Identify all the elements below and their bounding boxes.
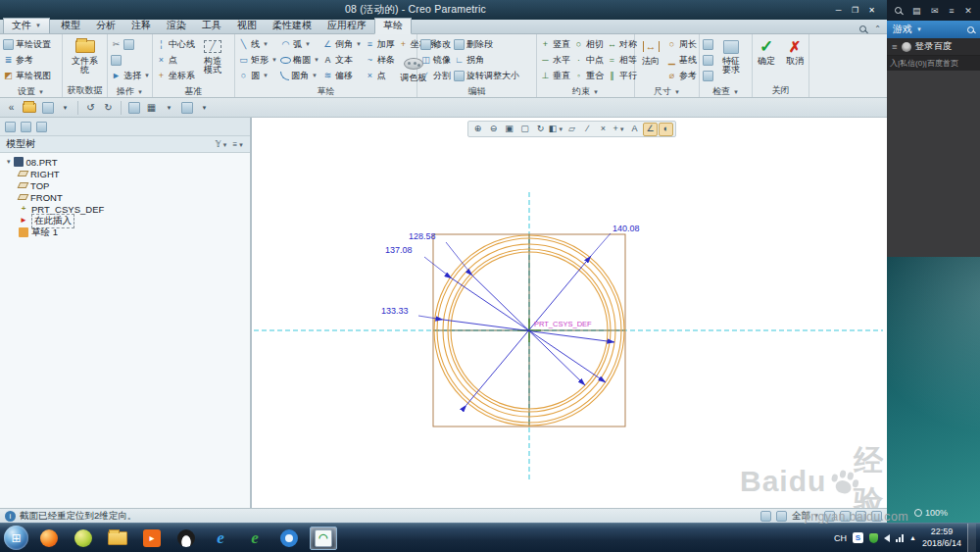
parallel-constraint-button[interactable]: ∥平行 [607,68,637,83]
refit-icon[interactable]: ▣ [502,123,516,136]
tree-filter-icon[interactable]: 𝕐▼ [216,140,228,149]
restore-button[interactable]: ❐ [848,4,862,17]
midpoint-constraint-button[interactable]: ·中点 [573,52,604,68]
csys-label[interactable]: PRT_CSYS_DEF [534,320,592,328]
taskbar-storm-player[interactable]: ▸ [138,527,166,550]
taskbar-ie[interactable]: e [207,527,234,550]
tab-tools[interactable]: 工具 [194,19,229,33]
datum-points-toggle-icon[interactable]: × [596,123,611,136]
cut-icon[interactable]: ✂ [111,39,122,50]
select-button[interactable]: ►选择▼ [111,68,150,83]
chevron-down-icon[interactable]: ▼ [58,100,73,115]
search-icon[interactable] [967,26,974,33]
construction-mode-button[interactable]: ╱构造模式 [198,36,227,76]
sketch-setup-button[interactable]: 草绘设置 [3,36,51,52]
zoom-in-icon[interactable]: ⊕ [470,123,485,136]
file-system-button[interactable]: 文件系统 [67,36,104,76]
start-button[interactable]: ⊞ [4,526,28,550]
tangent-constraint-button[interactable]: ○相切 [573,36,604,52]
tree-item-top-plane[interactable]: TOP [0,179,250,191]
dimension-137[interactable]: 137.08 [385,245,413,255]
group-label-dimension[interactable]: 尺寸▼ [635,85,699,98]
sketch-point-button[interactable]: ×点 [365,68,395,83]
vertical-constraint-button[interactable]: +竖直 [540,36,570,52]
taskbar-creo-active[interactable]: ◠ [310,527,337,550]
offset-button[interactable]: ≋偏移 [322,68,362,83]
thicken-button[interactable]: ≡加厚 [365,36,395,52]
zoom-out-icon[interactable]: ⊖ [486,123,501,136]
datum-csys-toggle-icon[interactable]: +▼ [612,123,626,136]
point-button[interactable]: ×点 [156,52,195,68]
taskbar-360-browser[interactable] [275,527,303,550]
tab-analysis[interactable]: 分析 [88,19,123,33]
open-file-icon[interactable] [22,100,37,115]
perimeter-dimension-button[interactable]: ○周长 [666,36,697,52]
language-indicator[interactable]: CH [834,533,847,543]
tree-settings-icon[interactable]: ≡▼ [232,140,244,149]
ellipse-button[interactable]: 椭圆▼ [280,52,319,68]
display-settings-icon[interactable] [179,100,194,115]
group-label-constrain[interactable]: 约束▼ [537,85,634,98]
references-button[interactable]: ≣参考 [3,52,51,68]
modify-button[interactable]: 修改 [420,36,451,52]
layers-icon[interactable] [21,122,31,132]
mail-icon[interactable]: ✉ [931,6,939,16]
arc-button[interactable]: ◠弧▼ [280,36,319,52]
account-links-row[interactable]: 入|私信(0)|百度首页 [887,56,980,71]
spline-button[interactable]: ~样条 [365,52,395,68]
cancel-button[interactable]: ✗取消 [782,36,808,67]
undo-icon[interactable]: ↺ [83,100,98,115]
equal-constraint-button[interactable]: =相等 [607,52,637,68]
antivirus-icon[interactable] [869,533,878,543]
tree-item-part[interactable]: ▾ 08.PRT [0,156,250,168]
dimension-133[interactable]: 133.33 [381,306,409,316]
zoom-indicator[interactable]: 100% [914,508,948,518]
datum-axes-toggle-icon[interactable]: ∕ [580,123,595,136]
zoom-window-icon[interactable]: ▢ [517,123,532,136]
taskbar-clock[interactable]: 22:59 2018/6/14 [922,527,961,549]
tab-sketch-active[interactable]: 草绘 [374,18,412,34]
tree-item-insert-here[interactable]: ►在此插入 [0,215,250,226]
repaint-icon[interactable]: ↻ [533,123,548,136]
feature-requirements-button[interactable]: 特征要求 [716,36,746,76]
login-row[interactable]: ≡ 登录百度 [887,38,980,56]
baseline-dimension-button[interactable]: ▁基线 [666,52,697,68]
sketch-view-button[interactable]: ◩草绘视图 [3,68,51,83]
save-icon[interactable] [40,100,55,115]
tab-model[interactable]: 模型 [53,19,88,33]
taskbar-qq[interactable] [172,527,200,550]
taskbar-green-browser[interactable]: e [241,527,269,550]
reference-dimension-button[interactable]: ⌀参考 [666,68,697,83]
taskbar-firefox[interactable] [35,527,63,550]
fillet-button[interactable]: 圆角▼ [280,68,319,83]
tab-annotate[interactable]: 注释 [123,19,159,33]
search-icon[interactable] [895,7,902,14]
volume-icon[interactable] [884,534,890,542]
coincident-constraint-button[interactable]: ◦重合 [573,68,604,83]
search-icon[interactable] [859,25,866,32]
rotate-resize-button[interactable]: 旋转调整大小 [454,68,519,83]
chamfer-button[interactable]: ∠倒角▼ [322,36,362,52]
text-button[interactable]: A文本 [322,52,362,68]
game-row[interactable]: 游戏 ▼ [887,21,980,38]
shade-closed-loops-icon[interactable] [703,71,713,81]
group-label-operations[interactable]: 操作▼ [108,85,152,98]
dimension-128[interactable]: 128.58 [409,231,436,241]
expand-icon[interactable]: ▾ [7,158,11,166]
ok-button[interactable]: ✓确定 [754,36,779,67]
taskbar-explorer[interactable] [104,527,131,550]
group-label-inspect[interactable]: 检查▼ [700,85,752,98]
highlight-open-ends-icon[interactable] [703,55,713,66]
divide-button[interactable]: ∕分割 [420,68,451,83]
tab-render[interactable]: 渲染 [159,19,194,33]
chevron-down-icon[interactable]: ▼ [162,100,176,115]
horizontal-constraint-button[interactable]: ─水平 [540,52,570,68]
panel-collapse-icon[interactable]: « [4,100,19,115]
minimize-button[interactable]: ─ [831,4,846,17]
tab-flexible-modeling[interactable]: 柔性建模 [265,19,319,33]
rectangle-button[interactable]: ▭矩形▼ [238,52,277,68]
redo-icon[interactable]: ↻ [101,100,116,115]
find-icon[interactable] [776,511,787,522]
tree-item-front-plane[interactable]: FRONT [0,191,250,203]
coordinate-system-button[interactable]: +坐标系 [156,68,195,83]
